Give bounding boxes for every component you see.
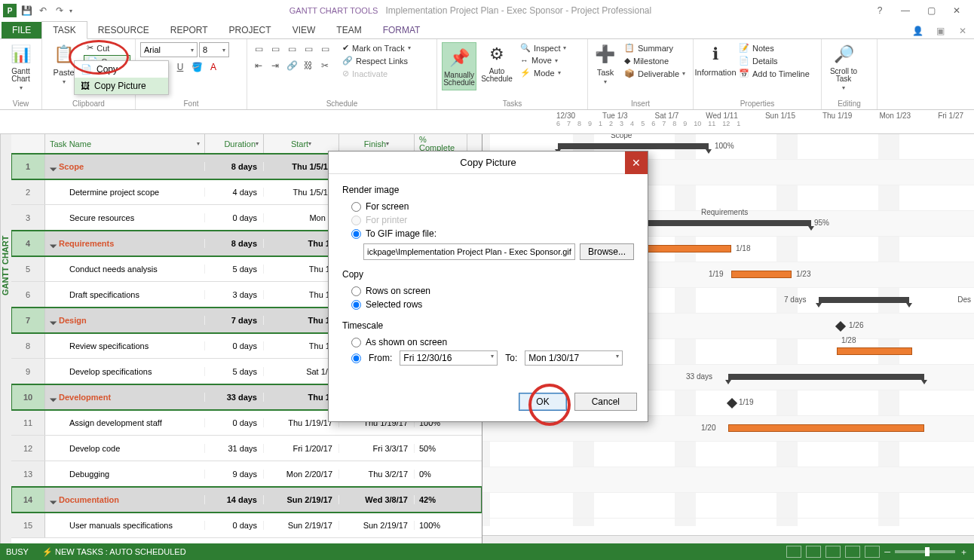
start-cell[interactable]: Fri 1/20/17	[264, 444, 339, 453]
as-shown-radio[interactable]: As shown on screen	[342, 335, 634, 349]
mark-on-track-button[interactable]: ✔ Mark on Track ▾	[339, 42, 414, 54]
information-button[interactable]: ℹInformation	[698, 42, 733, 77]
row-id[interactable]: 6	[11, 282, 45, 307]
font-name-combo[interactable]: Arial▾	[140, 42, 198, 57]
finish-cell[interactable]: Fri 3/3/17	[339, 444, 415, 453]
row-id[interactable]: 8	[11, 333, 45, 358]
pct0-icon[interactable]: ▭	[252, 42, 265, 56]
copy-picture-menu-item[interactable]: 🖼 Copy Picture	[75, 78, 168, 94]
row-id[interactable]: 1	[11, 154, 45, 179]
duration-cell[interactable]: 31 days	[205, 444, 264, 453]
save-icon[interactable]: 💾	[20, 4, 33, 17]
view-shortcut-5[interactable]	[865, 546, 880, 558]
task-name-cell[interactable]: Develop code	[45, 444, 205, 453]
dialog-close-button[interactable]: ✕	[625, 151, 648, 174]
rows-on-screen-radio[interactable]: Rows on screen	[342, 284, 634, 298]
font-size-combo[interactable]: 8▾	[199, 42, 229, 57]
task-name-cell[interactable]: Design	[45, 316, 205, 325]
start-cell[interactable]: Mon 2/20/17	[264, 470, 339, 479]
task-name-cell[interactable]: Conduct needs analysis	[45, 265, 205, 274]
pct25-icon[interactable]: ▭	[268, 42, 282, 56]
duration-cell[interactable]: 33 days	[205, 393, 264, 402]
pct-cell[interactable]: 100%	[415, 521, 467, 530]
view-shortcut-1[interactable]	[786, 546, 801, 558]
row-id[interactable]: 15	[11, 513, 45, 537]
underline-icon[interactable]: U	[173, 60, 187, 74]
from-date-combo[interactable]: Fri 12/30/16▾	[400, 350, 498, 366]
task-name-cell[interactable]: Secure resources	[45, 213, 205, 222]
row-id[interactable]: 10	[11, 384, 45, 409]
duration-cell[interactable]: 0 days	[205, 341, 264, 350]
duration-cell[interactable]: 7 days	[205, 316, 264, 325]
view-tab[interactable]: VIEW	[282, 22, 326, 38]
summary-button[interactable]: 📋 Summary	[621, 42, 688, 54]
duration-cell[interactable]: 5 days	[205, 367, 264, 376]
manually-schedule-button[interactable]: 📌Manually Schedule	[442, 42, 476, 90]
close-project-icon[interactable]: ✕	[951, 23, 974, 38]
maximize-icon[interactable]: ▢	[920, 3, 942, 18]
insert-task-button[interactable]: ➕Task▾	[593, 42, 618, 85]
task-name-cell[interactable]: Scope	[45, 162, 205, 171]
pct100-icon[interactable]: ▭	[318, 42, 332, 56]
file-tab[interactable]: FILE	[2, 22, 41, 38]
deliverable-button[interactable]: 📦 Deliverable ▾	[621, 68, 688, 79]
indent-icon[interactable]: ⇥	[268, 59, 282, 72]
pct-cell[interactable]: 50%	[415, 444, 467, 453]
help-icon[interactable]: ?	[868, 3, 891, 18]
minimize-icon[interactable]: —	[894, 3, 917, 18]
row-id[interactable]: 13	[11, 461, 45, 486]
user-icon[interactable]: 👤	[906, 23, 929, 38]
task-name-cell[interactable]: Draft specifications	[45, 290, 205, 299]
gantt-chart-button[interactable]: 📊Gantt Chart▾	[5, 42, 37, 91]
font-color-icon[interactable]: A	[207, 60, 220, 74]
duration-cell[interactable]: 3 days	[205, 290, 264, 299]
for-screen-radio[interactable]: For screen	[342, 200, 634, 213]
to-date-combo[interactable]: Mon 1/30/17▾	[525, 350, 623, 366]
to-gif-radio[interactable]: To GIF image file:	[342, 227, 634, 240]
task-name-cell[interactable]: Requirements	[45, 239, 205, 248]
duration-cell[interactable]: 0 days	[205, 213, 264, 222]
undo-icon[interactable]: ↶	[36, 4, 50, 17]
duration-cell[interactable]: 9 days	[205, 470, 264, 479]
resource-tab[interactable]: RESOURCE	[87, 22, 160, 38]
add-timeline-button[interactable]: 📅 Add to Timeline	[736, 68, 813, 79]
for-printer-radio[interactable]: For printer	[342, 213, 634, 227]
row-id[interactable]: 3	[11, 205, 45, 230]
row-id[interactable]: 4	[11, 231, 45, 256]
task-name-cell[interactable]: User manuals specifications	[45, 521, 205, 530]
link-icon[interactable]: 🔗	[285, 59, 299, 72]
unlink-icon[interactable]: ⛓	[302, 59, 315, 72]
col-duration[interactable]: Duration▾	[205, 134, 264, 153]
cancel-button[interactable]: Cancel	[574, 393, 637, 411]
start-cell[interactable]: Sun 2/19/17	[264, 495, 339, 504]
task-name-cell[interactable]: Assign development staff	[45, 418, 205, 427]
mode-button[interactable]: ⚡ Mode ▾	[517, 67, 569, 78]
view-shortcut-4[interactable]	[845, 546, 860, 558]
ok-button[interactable]: OK	[519, 393, 566, 411]
task-name-cell[interactable]: Determine project scope	[45, 188, 205, 197]
task-name-cell[interactable]: Review specifications	[45, 341, 205, 350]
table-row[interactable]: 12Develop code31 daysFri 1/20/17Fri 3/3/…	[11, 436, 482, 461]
duration-cell[interactable]: 0 days	[205, 418, 264, 427]
respect-links-button[interactable]: 🔗 Respect Links	[339, 55, 414, 66]
pct50-icon[interactable]: ▭	[285, 42, 299, 56]
row-id[interactable]: 7	[11, 308, 45, 332]
row-id[interactable]: 5	[11, 256, 45, 281]
cut-button[interactable]: ✂ Cut	[84, 42, 130, 54]
duration-cell[interactable]: 0 days	[205, 521, 264, 530]
inactivate-button[interactable]: ⊘ Inactivate	[339, 68, 414, 79]
inspect-button[interactable]: 🔍 Inspect ▾	[517, 42, 569, 54]
zoom-in-icon[interactable]: ＋	[960, 546, 968, 558]
notes-button[interactable]: 📝 Notes	[736, 42, 813, 54]
view-shortcut-2[interactable]	[806, 546, 821, 558]
browse-button[interactable]: Browse...	[580, 243, 634, 260]
move-button[interactable]: ↔ Move ▾	[517, 55, 569, 66]
row-id[interactable]: 11	[11, 410, 45, 435]
row-id[interactable]: 2	[11, 179, 45, 204]
task-tab[interactable]: TASK	[41, 21, 87, 39]
close-window-icon[interactable]: ✕	[945, 3, 968, 18]
table-row[interactable]: 13Debugging9 daysMon 2/20/17Thu 3/2/170%	[11, 461, 482, 487]
finish-cell[interactable]: Sun 2/19/17	[339, 521, 415, 530]
duration-cell[interactable]: 14 days	[205, 495, 264, 504]
table-row[interactable]: 15User manuals specifications0 daysSun 2…	[11, 513, 482, 538]
